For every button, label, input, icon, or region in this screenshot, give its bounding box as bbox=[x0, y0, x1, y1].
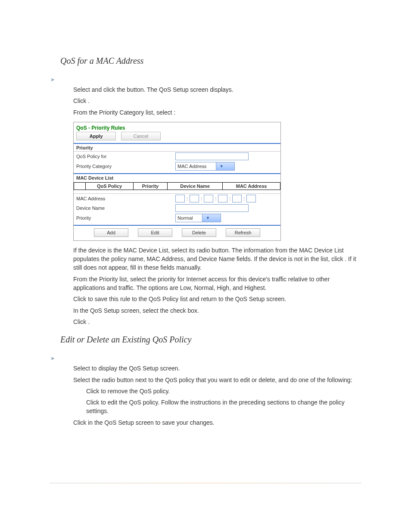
cancel-button[interactable]: Cancel bbox=[121, 132, 161, 140]
table-header-mac-address: MAC Address bbox=[223, 182, 280, 190]
apply-button[interactable]: Apply bbox=[76, 132, 116, 140]
section2-subitems: Click to remove the QoS policy. Click to… bbox=[86, 387, 361, 416]
table-header-qos-policy: QoS Policy bbox=[86, 182, 134, 190]
s2-sub1: Click to remove the QoS policy. bbox=[86, 387, 361, 395]
priority-label: Priority bbox=[76, 215, 175, 221]
panel-title: QoS - Priority Rules bbox=[74, 122, 280, 132]
step-1: Select and click the button. The QoS Set… bbox=[73, 85, 361, 94]
intro-steps: Select and click the button. The QoS Set… bbox=[73, 85, 361, 117]
qos-priority-rules-panel: QoS - Priority Rules Apply Cancel Priori… bbox=[73, 122, 281, 241]
qos-policy-for-input[interactable] bbox=[175, 152, 249, 160]
edit-button[interactable]: Edit bbox=[138, 228, 172, 237]
s2-sub2: Click to edit the QoS policy. Follow the… bbox=[86, 398, 361, 416]
after-panel-text: If the device is the MAC Device List, se… bbox=[73, 246, 361, 326]
step-radio: If the device is the MAC Device List, se… bbox=[73, 246, 361, 272]
table-header-row: QoS Policy Priority Device Name MAC Addr… bbox=[74, 182, 280, 190]
page-content: QoS for a MAC Address ➤ Select and click… bbox=[0, 0, 411, 509]
heading-edit-delete: Edit or Delete an Existing QoS Policy bbox=[60, 335, 361, 345]
chevron-icon: ➤ bbox=[50, 77, 361, 83]
qos-policy-for-label: QoS Policy for bbox=[76, 154, 175, 159]
mac-octet-input[interactable] bbox=[175, 195, 185, 202]
section2-final: Click in the QoS Setup screen to save yo… bbox=[73, 418, 361, 427]
footer-divider bbox=[50, 483, 361, 483]
step-priority-select: From the Priority list, select the prior… bbox=[73, 275, 361, 292]
mac-octet-input[interactable] bbox=[232, 195, 242, 202]
mac-address-input-group: : : : : : bbox=[175, 195, 278, 202]
mac-device-list-table: QoS Policy Priority Device Name MAC Addr… bbox=[74, 182, 280, 190]
step-checkbox: In the QoS Setup screen, select the chec… bbox=[73, 306, 361, 315]
table-header-device-name: Device Name bbox=[167, 182, 222, 190]
chevron-down-icon: ▼ bbox=[202, 214, 221, 222]
s2-step3: Click in the QoS Setup screen to save yo… bbox=[73, 418, 361, 427]
priority-select[interactable]: Normal ▼ bbox=[175, 214, 221, 222]
mac-device-list-label: MAC Device List bbox=[74, 174, 280, 181]
priority-section-label: Priority bbox=[74, 144, 280, 151]
mac-octet-input[interactable] bbox=[218, 195, 227, 202]
s2-step2: Select the radio button next to the QoS … bbox=[73, 376, 361, 384]
chevron-icon: ➤ bbox=[50, 355, 361, 361]
s2-step1: Select to display the QoS Setup screen. bbox=[73, 364, 361, 373]
device-name-input[interactable] bbox=[175, 204, 249, 212]
device-name-label: Device Name bbox=[76, 205, 175, 211]
mac-octet-input[interactable] bbox=[204, 195, 213, 202]
heading-qos-mac: QoS for a MAC Address bbox=[60, 56, 361, 66]
add-button[interactable]: Add bbox=[94, 228, 128, 237]
priority-category-select[interactable]: MAC Address ▼ bbox=[175, 162, 235, 171]
chevron-down-icon: ▼ bbox=[216, 162, 234, 170]
step-3: From the Priority Category list, select … bbox=[73, 108, 361, 117]
delete-button[interactable]: Delete bbox=[182, 228, 216, 237]
section2-steps: Select to display the QoS Setup screen. … bbox=[73, 364, 361, 384]
table-header-priority: Priority bbox=[134, 182, 168, 190]
priority-category-label: Priority Category bbox=[76, 164, 175, 169]
mac-octet-input[interactable] bbox=[246, 195, 256, 202]
step-click-save-rule: Click to save this rule to the QoS Polic… bbox=[73, 295, 361, 303]
mac-address-label: MAC Address bbox=[76, 196, 175, 201]
step-2: Click . bbox=[73, 96, 361, 105]
table-header-select bbox=[74, 182, 86, 190]
refresh-button[interactable]: Refresh bbox=[226, 228, 260, 237]
step-click-final: Click . bbox=[73, 317, 361, 326]
mac-octet-input[interactable] bbox=[190, 195, 199, 202]
